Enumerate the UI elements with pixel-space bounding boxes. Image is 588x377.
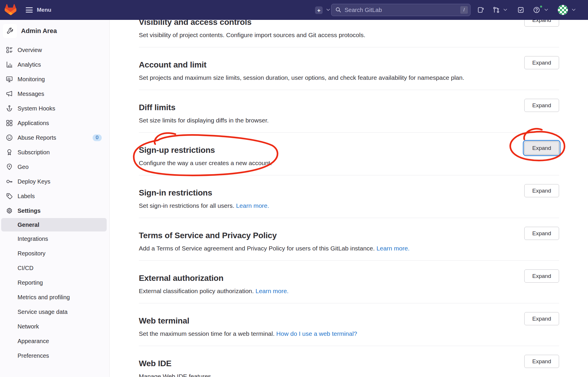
hamburger-icon <box>26 7 33 13</box>
messages-icon <box>6 90 13 97</box>
learn-more-link[interactable]: Learn more. <box>236 202 269 209</box>
section-visibility-and-access-controls: Visibility and access controls Set visib… <box>139 20 559 47</box>
section-sign-in-restrictions: Sign-in restrictions Set sign-in restric… <box>139 175 559 218</box>
sidebar-item-network[interactable]: Network <box>0 319 109 334</box>
expand-button-diff-limits[interactable]: Expand <box>524 99 559 112</box>
sidebar-item-abuse-reports[interactable]: Abuse Reports 0 <box>0 130 109 145</box>
section-description: Set sign-in restrictions for all users. … <box>139 202 559 209</box>
sidebar-item-messages[interactable]: Messages <box>0 87 109 101</box>
gitlab-logo[interactable] <box>5 4 16 15</box>
learn-more-link[interactable]: Learn more. <box>255 288 288 294</box>
section-title: Diff limits <box>139 103 559 112</box>
web-terminal-help-link[interactable]: How do I use a web terminal? <box>276 330 357 337</box>
section-description: Set visibility of project contents. Conf… <box>139 32 559 39</box>
geo-icon <box>6 163 13 170</box>
sidebar-item-settings[interactable]: Settings <box>0 203 109 218</box>
sidebar-item-subscription[interactable]: Subscription <box>0 145 109 160</box>
sidebar-item-geo[interactable]: Geo <box>0 160 109 174</box>
section-web-terminal: Web terminal Set the maximum session tim… <box>139 303 559 346</box>
search-input[interactable] <box>345 7 460 13</box>
expand-button-account-and-limit[interactable]: Expand <box>524 56 559 69</box>
sidebar-item-deploy-keys[interactable]: Deploy Keys <box>0 174 109 189</box>
section-title: External authorization <box>139 274 559 283</box>
system-hooks-icon <box>6 105 13 112</box>
sidebar-item-labels[interactable]: Labels <box>0 189 109 203</box>
gitlab-admin-settings-page: Menu + / <box>0 0 588 377</box>
section-description: Set size limits for displaying diffs in … <box>139 117 559 124</box>
sidebar-item-metrics-and-profiling[interactable]: Metrics and profiling <box>0 290 109 305</box>
avatar-chevron-icon[interactable] <box>572 8 576 11</box>
todo-icon[interactable] <box>517 6 524 13</box>
expand-button-sign-in-restrictions[interactable]: Expand <box>524 184 559 197</box>
abuse-reports-icon <box>6 134 13 141</box>
settings-sub-list: General Integrations Repository CI/CD Re… <box>0 218 109 363</box>
search-box[interactable]: / <box>331 4 471 16</box>
help-icon[interactable] <box>533 6 540 13</box>
new-item-button[interactable]: + <box>315 6 323 14</box>
overview-icon <box>6 46 13 53</box>
issues-icon[interactable] <box>477 6 484 13</box>
sidebar-item-system-hooks[interactable]: System Hooks <box>0 101 109 116</box>
section-title: Visibility and access controls <box>139 20 559 27</box>
search-icon <box>335 7 342 13</box>
sidebar-title: Admin Area <box>21 27 57 35</box>
section-title: Account and limit <box>139 60 559 70</box>
search-shortcut-badge: / <box>460 6 468 14</box>
applications-icon <box>6 120 13 127</box>
sidebar-item-analytics[interactable]: Analytics <box>0 57 109 72</box>
sidebar-item-general[interactable]: General <box>1 218 107 231</box>
sidebar-item-integrations[interactable]: Integrations <box>0 231 109 246</box>
section-description: Set the maximum session time for a web t… <box>139 330 559 337</box>
section-description: Add a Terms of Service agreement and Pri… <box>139 245 559 252</box>
sidebar-item-cicd[interactable]: CI/CD <box>0 261 109 275</box>
sidebar-item-reporting[interactable]: Reporting <box>0 275 109 290</box>
sidebar-item-overview[interactable]: Overview <box>0 43 109 57</box>
gear-icon <box>6 207 13 214</box>
sidebar-item-preferences[interactable]: Preferences <box>0 348 109 363</box>
sidebar-item-admin-area[interactable]: Admin Area <box>3 24 107 38</box>
section-title: Sign-up restrictions <box>139 146 559 155</box>
admin-area-icon-box <box>3 24 17 38</box>
sidebar-item-appearance[interactable]: Appearance <box>0 334 109 348</box>
sidebar-item-service-usage-data[interactable]: Service usage data <box>0 305 109 319</box>
expand-button-terms-of-service[interactable]: Expand <box>524 227 559 240</box>
avatar[interactable] <box>558 5 568 15</box>
merge-request-chevron-icon[interactable] <box>503 8 507 11</box>
labels-icon <box>6 193 13 200</box>
section-title: Sign-in restrictions <box>139 188 559 198</box>
expand-button-web-terminal[interactable]: Expand <box>524 312 559 325</box>
section-sign-up-restrictions: Sign-up restrictions Configure the way a… <box>139 133 559 175</box>
menu-toggle-button[interactable]: Menu <box>26 5 51 15</box>
new-item-chevron-icon[interactable] <box>326 8 330 11</box>
section-diff-limits: Diff limits Set size limits for displayi… <box>139 90 559 133</box>
section-web-ide: Web IDE Manage Web IDE features. Expand <box>139 346 559 377</box>
wrench-icon <box>6 27 14 35</box>
expand-button-external-authorization[interactable]: Expand <box>524 269 559 283</box>
sidebar-item-applications[interactable]: Applications <box>0 116 109 130</box>
section-description: External classification policy authoriza… <box>139 288 559 295</box>
sidebar-nav-list: Overview Analytics Monitoring <box>0 43 109 218</box>
menu-label: Menu <box>37 7 51 13</box>
learn-more-link[interactable]: Learn more. <box>376 245 409 252</box>
settings-content: Visibility and access controls Set visib… <box>110 20 588 377</box>
section-description: Manage Web IDE features. <box>139 373 559 377</box>
section-external-authorization: External authorization External classifi… <box>139 261 559 303</box>
subscription-icon <box>6 149 13 156</box>
merge-request-icon[interactable] <box>493 6 500 13</box>
section-terms-of-service: Terms of Service and Privacy Policy Add … <box>139 218 559 261</box>
sidebar-item-repository[interactable]: Repository <box>0 246 109 261</box>
deploy-keys-icon <box>6 178 13 185</box>
section-description: Configure the way a user creates a new a… <box>139 160 559 167</box>
expand-button-sign-up-restrictions[interactable]: Expand <box>524 141 559 155</box>
analytics-icon <box>6 61 13 68</box>
expand-button-visibility[interactable]: Expand <box>524 20 559 27</box>
top-navbar: Menu + / <box>0 0 588 20</box>
sidebar-item-monitoring[interactable]: Monitoring <box>0 72 109 87</box>
expand-button-web-ide[interactable]: Expand <box>524 355 559 368</box>
help-chevron-icon[interactable] <box>544 8 548 11</box>
admin-sidebar: Admin Area Overview Analytics <box>0 20 110 377</box>
help-notification-dot <box>539 5 543 8</box>
section-title: Web IDE <box>139 359 559 368</box>
section-description: Set projects and maximum size limits, se… <box>139 74 559 81</box>
abuse-reports-count-badge: 0 <box>93 134 102 141</box>
